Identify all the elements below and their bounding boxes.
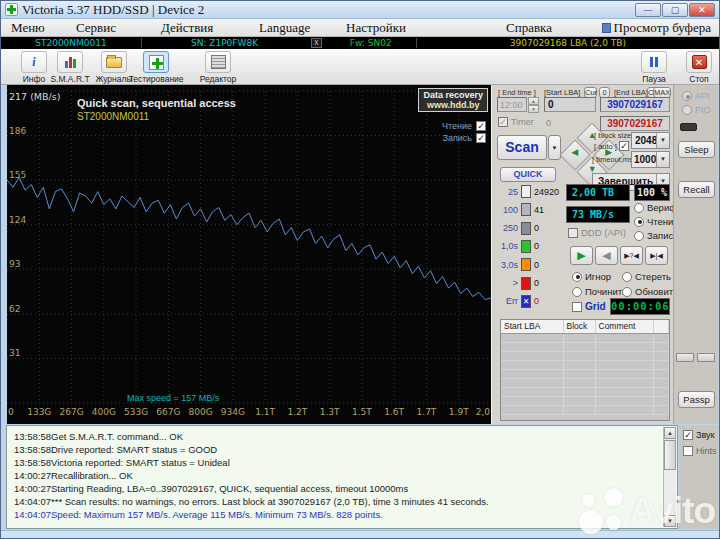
scan-timer-lcd: 00:00:06	[610, 298, 670, 315]
table-row[interactable]	[501, 342, 669, 351]
table-row[interactable]	[501, 378, 669, 387]
api-radio[interactable]: API	[682, 91, 710, 101]
speed-series-line	[7, 177, 491, 299]
menu-item-1[interactable]: Меню	[11, 20, 45, 36]
device-close-button[interactable]: x	[311, 38, 322, 48]
end-time-spinner[interactable]: ▲▼	[528, 97, 539, 113]
quick-button[interactable]: QUICK	[500, 167, 556, 182]
test-icon	[149, 55, 164, 70]
log-timestamp: 14:04:07	[7, 509, 51, 520]
auto-checkbox[interactable]: [ auto ] ✓	[594, 141, 629, 151]
menu-item-6[interactable]: Справка	[506, 20, 552, 36]
grid-checkbox[interactable]: Grid	[572, 301, 606, 312]
x-axis-label: 1.3T	[320, 407, 340, 417]
table-row[interactable]	[501, 396, 669, 405]
log-text: Drive reported: SMART status = GOOD	[51, 444, 217, 455]
toolbar: iИнфоS.M.A.R.TЖурналыТестированиеРедакто…	[1, 49, 719, 85]
menu-item-3[interactable]: Действия	[161, 20, 213, 36]
legend-write[interactable]: Запись✓	[442, 133, 486, 143]
minimize-button[interactable]: —	[635, 3, 661, 17]
pause-button[interactable]: Пауза	[634, 51, 674, 84]
strip-mini-button-1[interactable]	[676, 353, 694, 362]
strip-mini-button-2[interactable]	[697, 353, 715, 362]
action-radio-2[interactable]: Стереть	[622, 271, 671, 282]
skip-back-button[interactable]: ▶?◀	[620, 246, 643, 265]
toolbar-editor-button[interactable]: Редактор	[191, 51, 245, 84]
toolbar-test-button[interactable]: Тестирование	[129, 51, 183, 84]
action-radio-3[interactable]: Починить	[572, 286, 627, 297]
play-button[interactable]: ▶	[570, 246, 593, 265]
stop-icon: ✕	[692, 55, 707, 69]
skip-forward-icon: ▶|◀	[650, 252, 663, 259]
skip-forward-button[interactable]: ▶|◀	[645, 246, 668, 265]
scan-button[interactable]: Scan	[497, 135, 547, 160]
speed-chart: 316293124155186217 (MB/s)0133G267G400G53…	[7, 85, 491, 424]
radio-icon	[572, 287, 582, 297]
menu-item-2[interactable]: Сервис	[76, 20, 116, 36]
x-axis-label: 934G	[221, 407, 245, 417]
start-lba-field[interactable]: 0	[544, 97, 596, 112]
timeout-combo[interactable]: 10000▼	[631, 151, 670, 168]
block-size-combo[interactable]: 2048▼	[631, 132, 670, 149]
scroll-up-icon[interactable]: ▲	[664, 427, 676, 439]
mode-radio-2[interactable]: Чтение	[634, 216, 679, 227]
control-panel: [ End time ] [Start LBA] Cur 0 [End LBA]…	[491, 85, 673, 424]
sound-checkbox[interactable]: ✓ Звук	[683, 430, 714, 440]
hddby-banner: Data recovery www.hdd.by	[418, 88, 488, 112]
radio-label: Обновить	[635, 286, 678, 297]
editor-icon	[211, 55, 226, 69]
recall-button[interactable]: Recall	[678, 181, 715, 198]
mode-radio-3[interactable]: Запись	[634, 230, 678, 241]
latency-label: 25	[496, 187, 518, 197]
menu-buffer-view[interactable]: Просмотр буфера	[602, 20, 711, 36]
log-scrollbar[interactable]: ▲ ▼	[663, 427, 676, 527]
sleep-button[interactable]: Sleep	[678, 141, 715, 158]
scroll-down-icon[interactable]: ▼	[664, 515, 676, 527]
back-button[interactable]: ◀	[595, 246, 618, 265]
maximize-button[interactable]: ▢	[662, 3, 688, 17]
legend-read[interactable]: Чтение✓	[442, 121, 486, 131]
scan-dropdown-button[interactable]: ▼	[548, 135, 561, 160]
action-radio-1[interactable]: Игнор	[572, 271, 611, 282]
close-button[interactable]: ✕	[689, 3, 715, 17]
radio-icon	[634, 203, 644, 213]
log-line: 13:58:58Get S.M.A.R.T. command... OK	[7, 431, 647, 442]
legend-label: Запись	[442, 133, 472, 143]
latency-row-Err: Err✕0	[496, 295, 539, 308]
scroll-thumb[interactable]	[664, 440, 676, 470]
table-row[interactable]	[501, 360, 669, 369]
combo-arrow-icon[interactable]: ▼	[656, 133, 669, 148]
menu-item-5[interactable]: Настройки	[346, 20, 406, 36]
hints-checkbox[interactable]: Hints	[683, 446, 717, 456]
timer-checkbox[interactable]: ✓ Timer	[498, 117, 534, 127]
menu-item-4[interactable]: Language	[259, 20, 310, 36]
table-row[interactable]	[501, 369, 669, 378]
x-axis-label: 533G	[124, 407, 148, 417]
graph-title: Quick scan, sequential access	[77, 97, 236, 109]
latency-count: 24920	[534, 187, 559, 197]
pio-radio[interactable]: PIO	[682, 105, 711, 115]
end-lba-field[interactable]: 3907029167	[600, 97, 670, 112]
table-row[interactable]	[501, 405, 669, 414]
latency-count: 41	[534, 205, 544, 215]
stop-button[interactable]: ✕ Стоп	[679, 51, 719, 84]
action-radio-4[interactable]: Обновить	[622, 286, 678, 297]
radio-icon	[634, 231, 644, 241]
x-axis-label: 267G	[59, 407, 83, 417]
defect-table[interactable]: Start LBA Block Comment	[500, 319, 670, 421]
table-row[interactable]	[501, 387, 669, 396]
toolbar-label: Редактор	[200, 74, 237, 84]
ddd-checkbox[interactable]: DDD (API)	[568, 227, 626, 238]
latency-row-3,0s: 3,0s0	[496, 258, 539, 271]
log-line: 13:58:58Victoria reported: SMART status …	[7, 457, 647, 468]
table-row[interactable]	[501, 333, 669, 342]
graph-legend: Чтение✓Запись✓	[442, 121, 486, 143]
end-time-field[interactable]: 12:00	[497, 97, 527, 112]
table-row[interactable]	[501, 351, 669, 360]
y-axis-label: 186	[9, 126, 26, 136]
log-text: Get S.M.A.R.T. command... OK	[51, 431, 183, 442]
passp-button[interactable]: Passp	[678, 391, 715, 408]
combo-arrow-icon[interactable]: ▼	[656, 152, 669, 167]
latency-label: 100	[496, 205, 518, 215]
latency-color-block	[521, 185, 531, 198]
